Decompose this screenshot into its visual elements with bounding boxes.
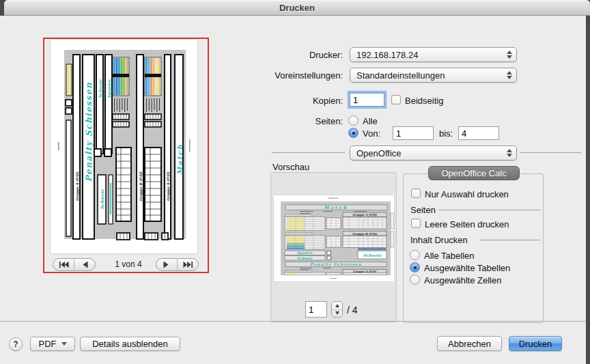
preview-schweiz2-label: Schweiz <box>100 188 105 210</box>
stepper-up-icon[interactable] <box>332 302 342 310</box>
preview-page-stepper[interactable] <box>331 301 343 318</box>
selected-cells-radio[interactable] <box>410 275 420 285</box>
color-stripes-group2 <box>145 57 161 96</box>
preview-match-label: Match <box>176 143 184 175</box>
popup-stepper-icon <box>507 149 512 157</box>
presets-popup-value: Standardeinstellungen <box>356 70 445 81</box>
hide-details-label: Details ausblenden <box>92 339 168 349</box>
preview-group-b-label: Gruppe B (F/Q) <box>139 171 143 201</box>
pages-to-label: bis: <box>439 128 453 139</box>
small-schweiz-label: Schweiz <box>297 256 313 260</box>
color-stripes-group1 <box>113 57 129 96</box>
small-group-b-label: Gruppe B (F/Q) <box>352 232 378 236</box>
preview-large-graphic: Gruppe A (F/Q) Penalty Schiessen Schweiz… <box>51 40 197 253</box>
duplex-checkbox[interactable] <box>391 95 401 104</box>
small-table-b <box>285 236 325 249</box>
preview-schweiz-label: Schweiz <box>98 79 102 98</box>
calc-panel-title-text: OpenOffice Calc <box>441 168 506 178</box>
calc-panel-title: OpenOffice Calc <box>428 166 520 180</box>
first-page-button[interactable] <box>53 259 74 270</box>
copies-label: Kopien: <box>220 96 343 106</box>
previous-icon <box>81 261 89 268</box>
pdf-button[interactable]: PDF <box>30 337 75 351</box>
print-dialog: Drucken <box>0 0 590 364</box>
printer-popup[interactable]: 192.168.178.24 <box>350 47 517 62</box>
empty-pages-checkbox[interactable] <box>411 219 421 228</box>
pdf-button-label: PDF <box>39 339 57 349</box>
printer-popup-value: 192.168.178.24 <box>356 50 418 60</box>
selection-only-label: Nur Auswahl drucken <box>425 189 509 199</box>
preview-small-graphic: Match Gruppe A (F/Q) <box>274 195 394 281</box>
last-page-button[interactable] <box>177 259 198 270</box>
right-divider <box>520 152 581 153</box>
app-options-popup[interactable]: OpenOffice <box>350 145 517 160</box>
empty-pages-label: Leere Seiten drucken <box>425 219 509 229</box>
page-position-text: 1 von 4 <box>108 260 149 269</box>
selection-only-checkbox[interactable] <box>411 188 421 198</box>
skip-to-last-icon <box>183 261 193 268</box>
nav-forward-group <box>156 258 199 271</box>
preview-total-pages: / 4 <box>347 305 358 316</box>
preview-group-a-label: Gruppe A (F/Q) <box>75 171 80 201</box>
preview-page-input[interactable] <box>305 301 327 318</box>
small-group-a-label: Gruppe A (F/Q) <box>352 213 378 216</box>
dialog-title: Drucken <box>279 3 315 13</box>
cancel-button-label: Abbrechen <box>448 339 491 349</box>
footer-divider <box>0 321 586 322</box>
duplex-label: Beidseitig <box>405 96 443 106</box>
page-preview-panel[interactable]: Gruppe A (F/Q) Penalty Schiessen Schweiz… <box>43 38 209 273</box>
small-spanien-label: Spanien <box>297 251 313 255</box>
vorschau-label: Vorschau <box>272 162 309 172</box>
small-group-a2-label: Gruppe A (F/Q) <box>353 270 376 273</box>
page-preview-large: Gruppe A (F/Q) Penalty Schiessen Schweiz… <box>51 40 197 253</box>
page-preview-small: Match Gruppe A (F/Q) <box>274 195 394 281</box>
popup-stepper-icon <box>507 71 512 79</box>
pages-section-rule <box>438 210 540 210</box>
preview-penalty-label: Penalty Schiessen <box>84 82 94 182</box>
nav-back-group <box>53 258 96 271</box>
preview-spanien-label: Spanien <box>107 79 112 98</box>
pages-from-input[interactable] <box>393 126 434 140</box>
pages-all-label: Alle <box>363 116 378 126</box>
pages-from-label: Von: <box>363 128 380 139</box>
skip-to-first-icon <box>59 261 69 268</box>
cancel-button[interactable]: Abbrechen <box>437 336 502 351</box>
small-penalty-label: Penalty Schiessen <box>310 262 362 267</box>
hide-details-button[interactable]: Details ausblenden <box>80 337 180 351</box>
selected-tables-radio[interactable] <box>410 262 420 272</box>
vorschau-box: Match Gruppe A (F/Q) <box>270 172 397 322</box>
print-button[interactable]: Drucken <box>509 336 562 351</box>
selected-tables-label: Ausgewählte Tabellen <box>424 263 510 273</box>
small-match-label: Match <box>324 205 348 210</box>
selected-cells-label: Ausgewählte Zellen <box>424 275 501 285</box>
pages-to-input[interactable] <box>458 126 499 140</box>
content-section-rule <box>480 240 540 240</box>
left-divider <box>272 152 345 153</box>
content-section-label: Inhalt Drucken <box>410 235 468 245</box>
title-bar: Drucken <box>4 0 590 16</box>
pages-section-label: Seiten <box>410 205 436 215</box>
print-button-label: Drucken <box>519 339 552 349</box>
small-schweiz2-label: Schweiz <box>363 253 382 257</box>
help-button[interactable]: ? <box>9 337 23 351</box>
pages-label: Seiten: <box>220 116 343 126</box>
popup-stepper-icon <box>507 51 512 59</box>
all-tables-radio[interactable] <box>410 250 420 260</box>
help-button-label: ? <box>13 339 18 349</box>
printer-label: Drucker: <box>220 50 343 60</box>
presets-popup[interactable]: Standardeinstellungen <box>350 68 517 83</box>
small-table-a <box>285 217 325 231</box>
dialog-body: Gruppe A (F/Q) Penalty Schiessen Schweiz… <box>0 16 586 364</box>
all-tables-label: Alle Tabellen <box>424 251 474 261</box>
chevron-down-icon <box>61 342 67 346</box>
pages-all-radio[interactable] <box>348 115 359 126</box>
presets-label: Voreinstellungen: <box>220 70 343 81</box>
next-page-button[interactable] <box>156 259 177 270</box>
next-icon <box>163 261 171 268</box>
app-options-popup-value: OpenOffice <box>356 148 402 158</box>
preview-group-a2-label: Gruppe A (F/Q) <box>166 171 171 201</box>
stepper-down-icon[interactable] <box>332 310 342 318</box>
pages-from-radio[interactable] <box>348 128 359 138</box>
previous-page-button[interactable] <box>74 259 95 270</box>
copies-input[interactable] <box>350 93 384 107</box>
